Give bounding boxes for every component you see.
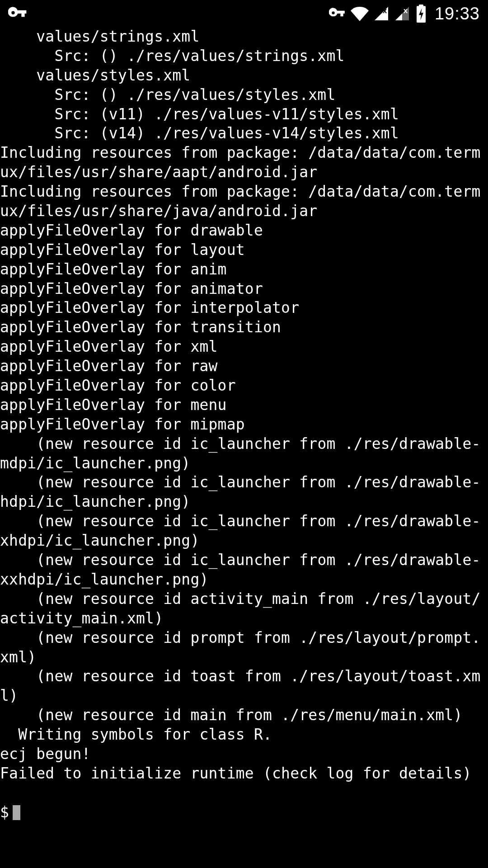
signal-1-icon: x (373, 5, 389, 22)
terminal-line: applyFileOverlay for anim (0, 260, 227, 278)
status-right: x x 19:33 (329, 4, 480, 24)
cursor (13, 805, 20, 820)
vpn-key-icon (8, 4, 28, 24)
svg-rect-3 (419, 5, 423, 7)
svg-text:x: x (404, 6, 408, 14)
prompt-line[interactable]: $ (0, 803, 488, 822)
terminal-line: applyFileOverlay for drawable (0, 222, 263, 239)
terminal-line: values/styles.xml (0, 66, 190, 84)
terminal-line: Src: () ./res/values/strings.xml (0, 47, 345, 65)
terminal-line: (new resource id ic_launcher from ./res/… (0, 512, 481, 549)
terminal-line: Including resources from package: /data/… (0, 183, 481, 220)
terminal-line: applyFileOverlay for layout (0, 241, 245, 259)
clock: 19:33 (435, 4, 480, 24)
svg-text:x: x (383, 6, 387, 14)
terminal-line: Src: () ./res/values/styles.xml (0, 86, 336, 104)
terminal-line: ecj begun! (0, 745, 91, 763)
terminal-line: Src: (v14) ./res/values-v14/styles.xml (0, 124, 399, 142)
vpn-key-icon-small (329, 5, 346, 22)
terminal-line: (new resource id ic_launcher from ./res/… (0, 435, 481, 472)
terminal-line: (new resource id activity_main from ./re… (0, 590, 481, 627)
terminal-line: Writing symbols for class R. (0, 726, 272, 743)
battery-charging-icon (415, 5, 427, 23)
terminal-line: Src: (v11) ./res/values-v11/styles.xml (0, 105, 399, 123)
terminal-line: (new resource id toast from ./res/layout… (0, 667, 481, 704)
terminal-line: Including resources from package: /data/… (0, 144, 481, 181)
terminal-line: applyFileOverlay for transition (0, 318, 281, 336)
prompt-symbol: $ (0, 803, 9, 822)
terminal-line: (new resource id prompt from ./res/layou… (0, 629, 481, 666)
signal-2-icon: x (394, 5, 410, 22)
terminal-line: applyFileOverlay for menu (0, 396, 227, 414)
wifi-icon (351, 5, 369, 23)
terminal-line: (new resource id ic_launcher from ./res/… (0, 473, 481, 510)
terminal-line: (new resource id main from ./res/menu/ma… (0, 706, 462, 724)
terminal-line: applyFileOverlay for animator (0, 280, 263, 297)
terminal-line: applyFileOverlay for raw (0, 357, 218, 375)
terminal-line: applyFileOverlay for mipmap (0, 415, 245, 433)
terminal-line: Failed to initialize runtime (check log … (0, 764, 472, 782)
terminal-line: applyFileOverlay for color (0, 377, 236, 394)
terminal-line: applyFileOverlay for interpolator (0, 299, 299, 316)
terminal-line: applyFileOverlay for xml (0, 338, 218, 355)
terminal-line: (new resource id ic_launcher from ./res/… (0, 551, 481, 588)
terminal-output[interactable]: values/strings.xml Src: () ./res/values/… (0, 27, 488, 822)
terminal-line: values/strings.xml (0, 28, 200, 45)
status-left (8, 4, 28, 24)
status-bar: x x 19:33 (0, 0, 488, 27)
